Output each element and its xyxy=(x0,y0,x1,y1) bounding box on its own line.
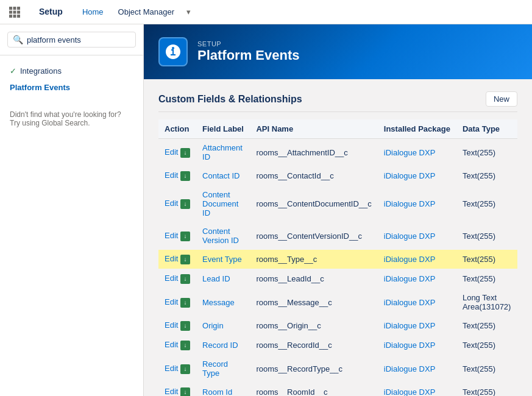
sidebar: 🔍 ✓ Integrations Platform Events Didn't … xyxy=(0,24,144,396)
search-icon: 🔍 xyxy=(13,35,23,44)
package-link[interactable]: iDialogue DXP xyxy=(384,298,436,307)
package-cell: iDialogue DXP xyxy=(378,269,456,289)
download-icon[interactable]: ↓ xyxy=(178,231,190,240)
package-link[interactable]: iDialogue DXP xyxy=(384,321,436,330)
field-label-link[interactable]: Attachment ID xyxy=(202,143,243,161)
field-label-link[interactable]: Lead ID xyxy=(202,274,230,283)
package-cell: iDialogue DXP xyxy=(378,289,456,316)
table-row: Edit ↓Content Document IDrooms__ContentD… xyxy=(158,186,517,222)
download-icon[interactable]: ↓ xyxy=(178,364,190,373)
edit-link[interactable]: Edit xyxy=(165,147,178,157)
sidebar-item-platform-events[interactable]: Platform Events xyxy=(0,79,143,96)
edit-link[interactable]: Edit xyxy=(165,254,178,263)
field-label-link[interactable]: Content Document ID xyxy=(202,190,238,217)
integrations-label: Integrations xyxy=(20,66,62,76)
download-icon[interactable]: ↓ xyxy=(178,274,190,283)
api-name-cell: rooms__RecordId__c xyxy=(250,336,377,355)
download-icon[interactable]: ↓ xyxy=(178,387,190,396)
col-field-label: Field Label xyxy=(196,119,250,139)
package-link[interactable]: iDialogue DXP xyxy=(384,341,436,350)
svg-rect-7 xyxy=(13,15,16,18)
table-body: Edit ↓Attachment IDrooms__AttachmentID__… xyxy=(158,139,517,397)
field-label-link[interactable]: Room Id xyxy=(202,387,232,396)
edit-link[interactable]: Edit xyxy=(165,340,178,349)
edit-link[interactable]: Edit xyxy=(165,199,178,208)
col-installed-package: Installed Package xyxy=(378,119,456,139)
search-box[interactable]: 🔍 xyxy=(7,32,136,48)
package-link[interactable]: iDialogue DXP xyxy=(384,171,436,180)
edit-link[interactable]: Edit xyxy=(165,364,178,373)
edit-link[interactable]: Edit xyxy=(165,297,178,306)
download-icon[interactable]: ↓ xyxy=(178,171,190,180)
col-action: Action xyxy=(158,119,196,139)
download-icon[interactable]: ↓ xyxy=(178,199,190,208)
data-type-cell: Text(255) xyxy=(456,355,517,383)
table-row: Edit ↓Record Typerooms__RecordType__ciDi… xyxy=(158,355,517,383)
package-link[interactable]: iDialogue DXP xyxy=(384,255,436,264)
data-type-cell: Text(255) xyxy=(456,166,517,186)
object-manager-dropdown-icon[interactable]: ▾ xyxy=(186,7,191,16)
package-link[interactable]: iDialogue DXP xyxy=(384,274,436,283)
action-cell: Edit ↓ xyxy=(158,336,196,355)
edit-link[interactable]: Edit xyxy=(165,231,178,240)
not-found-text: Didn't find what you're looking for? xyxy=(10,110,133,119)
field-label-link[interactable]: Origin xyxy=(202,321,224,330)
package-link[interactable]: iDialogue DXP xyxy=(384,148,436,157)
table-row: Edit ↓Originrooms__Origin__ciDialogue DX… xyxy=(158,316,517,336)
download-icon[interactable]: ↓ xyxy=(178,340,190,349)
action-cell: Edit ↓ xyxy=(158,269,196,289)
col-api-name: API Name xyxy=(250,119,377,139)
edit-link[interactable]: Edit xyxy=(165,171,178,180)
data-type-cell: Text(255) xyxy=(456,139,517,166)
package-link[interactable]: iDialogue DXP xyxy=(384,364,436,373)
nav-object-manager[interactable]: Object Manager ▾ xyxy=(116,0,194,24)
field-label-cell: Origin xyxy=(196,316,250,336)
field-label-link[interactable]: Contact ID xyxy=(202,171,239,180)
section-header: Custom Fields & Relationships New xyxy=(158,91,517,112)
download-icon[interactable]: ↓ xyxy=(178,297,190,306)
package-link[interactable]: iDialogue DXP xyxy=(384,387,436,396)
api-name-cell: rooms__Type__c xyxy=(250,250,377,269)
package-link[interactable]: iDialogue DXP xyxy=(384,199,436,208)
sidebar-item-integrations[interactable]: ✓ Integrations xyxy=(0,63,143,79)
search-input[interactable] xyxy=(27,35,130,44)
svg-rect-6 xyxy=(9,15,12,18)
edit-link[interactable]: Edit xyxy=(165,274,178,283)
field-label-cell: Lead ID xyxy=(196,269,250,289)
main-content: SETUP Platform Events Custom Fields & Re… xyxy=(144,24,532,396)
data-type-cell: Long Text Area(131072) xyxy=(456,289,517,316)
table-row: Edit ↓Room Idrooms__RoomId__ciDialogue D… xyxy=(158,383,517,397)
action-cell: Edit ↓ xyxy=(158,355,196,383)
data-type-cell: Text(255) xyxy=(456,316,517,336)
api-name-cell: rooms__RoomId__c xyxy=(250,383,377,397)
svg-rect-2 xyxy=(17,7,20,10)
table-row: Edit ↓Content Version IDrooms__ContentVe… xyxy=(158,222,517,250)
action-cell: Edit ↓ xyxy=(158,316,196,336)
action-cell: Edit ↓ xyxy=(158,186,196,222)
new-button[interactable]: New xyxy=(486,91,517,107)
package-link[interactable]: iDialogue DXP xyxy=(384,232,436,241)
package-cell: iDialogue DXP xyxy=(378,250,456,269)
field-label-link[interactable]: Record ID xyxy=(202,341,238,350)
download-icon[interactable]: ↓ xyxy=(178,254,190,263)
download-icon[interactable]: ↓ xyxy=(178,147,190,157)
field-label-link[interactable]: Content Version ID xyxy=(202,227,239,245)
main-layout: 🔍 ✓ Integrations Platform Events Didn't … xyxy=(0,24,532,396)
app-launcher-icon[interactable] xyxy=(7,5,22,19)
svg-rect-1 xyxy=(13,7,16,10)
edit-link[interactable]: Edit xyxy=(165,387,178,396)
field-label-cell: Message xyxy=(196,289,250,316)
api-name-cell: rooms__RecordType__c xyxy=(250,355,377,383)
action-cell: Edit ↓ xyxy=(158,139,196,166)
not-found-message: Didn't find what you're looking for? Try… xyxy=(0,103,143,135)
table-row: Edit ↓Attachment IDrooms__AttachmentID__… xyxy=(158,139,517,166)
sidebar-search-area: 🔍 xyxy=(0,24,143,55)
edit-link[interactable]: Edit xyxy=(165,320,178,330)
field-label-link[interactable]: Record Type xyxy=(202,359,228,378)
download-icon[interactable]: ↓ xyxy=(178,320,190,330)
field-label-link[interactable]: Event Type xyxy=(202,255,242,264)
nav-home[interactable]: Home xyxy=(80,0,106,24)
table-header: Action Field Label API Name Installed Pa… xyxy=(158,119,517,139)
field-label-link[interactable]: Message xyxy=(202,298,235,307)
not-found-sub: Try using Global Search. xyxy=(10,119,133,127)
